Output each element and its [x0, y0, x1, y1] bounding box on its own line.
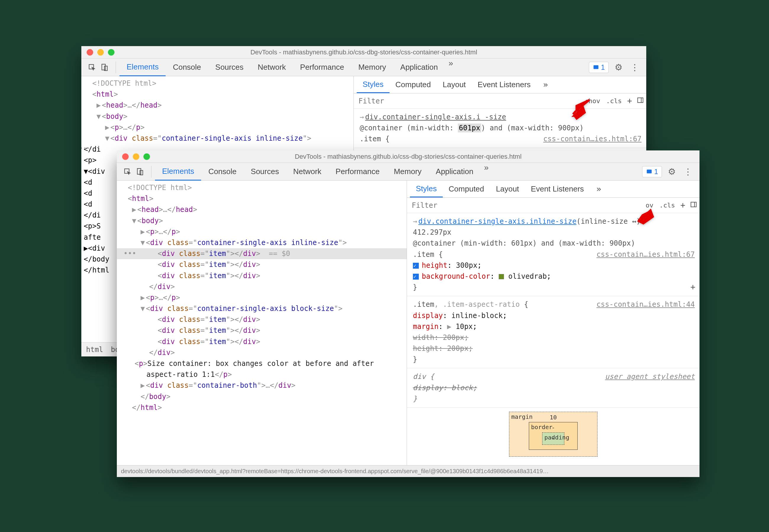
filter-input[interactable]: [407, 198, 643, 213]
subtab-styles[interactable]: Styles: [410, 181, 443, 197]
window-title: DevTools - mathiasbynens.github.io/css-d…: [122, 153, 695, 160]
tab-elements[interactable]: Elements: [155, 163, 201, 181]
prop-checkbox[interactable]: [413, 274, 419, 280]
zoom-icon[interactable]: [143, 153, 150, 160]
highlighted-value: 601px: [458, 124, 481, 132]
tab-memory[interactable]: Memory: [351, 59, 393, 76]
plus-icon[interactable]: +: [678, 200, 688, 210]
bm-margin-label: margin: [511, 413, 532, 420]
style-rule-ua[interactable]: user agent stylesheetdiv { display: bloc…: [407, 368, 700, 408]
styles-pane: Styles Computed Layout Event Listeners »…: [407, 181, 700, 465]
tab-sources[interactable]: Sources: [208, 59, 250, 76]
style-rule[interactable]: →div.container-single-axis.i -size @cont…: [354, 109, 646, 148]
container-breadcrumb-link[interactable]: div.container-single-axis.i -size: [365, 113, 506, 121]
filter-input[interactable]: [354, 93, 582, 108]
minimize-icon[interactable]: [133, 153, 139, 160]
box-model[interactable]: margin 10 border - padding -: [407, 408, 700, 461]
tabs-overflow-icon[interactable]: »: [445, 59, 457, 76]
device-icon[interactable]: [135, 166, 145, 177]
prop-checkbox[interactable]: [413, 263, 419, 269]
titlebar[interactable]: DevTools - mathiasbynens.github.io/css-d…: [117, 150, 700, 163]
error-count-button[interactable]: 1: [642, 166, 662, 177]
svg-rect-12: [691, 202, 696, 207]
tab-memory[interactable]: Memory: [387, 163, 429, 181]
subtab-event-listeners[interactable]: Event Listeners: [525, 181, 590, 197]
tab-performance[interactable]: Performance: [328, 163, 387, 181]
error-count: 1: [601, 63, 605, 72]
titlebar[interactable]: DevTools - mathiasbynens.github.io/css-d…: [81, 46, 646, 59]
svg-rect-4: [638, 98, 643, 103]
tab-console[interactable]: Console: [201, 163, 243, 181]
dom-selected-node[interactable]: ••• <div class="item"></div> == $0: [117, 248, 407, 259]
tab-sources[interactable]: Sources: [244, 163, 286, 181]
devtools-window-front: DevTools - mathiasbynens.github.io/css-d…: [117, 150, 700, 477]
close-icon[interactable]: [122, 153, 129, 160]
svg-rect-3: [593, 65, 598, 69]
dom-tree[interactable]: <!DOCTYPE html> <html> ▶<head>…</head> ▼…: [117, 181, 407, 465]
tab-console[interactable]: Console: [166, 59, 208, 76]
bm-margin-top: 10: [529, 414, 577, 421]
divider: [116, 61, 116, 73]
gear-icon[interactable]: ⚙: [613, 62, 624, 72]
source-link[interactable]: css-contain…ies.html:44: [597, 299, 695, 310]
error-count: 1: [654, 168, 658, 176]
dom-doctype: <!DOCTYPE html>: [92, 79, 156, 87]
subtabs-overflow-icon[interactable]: »: [540, 80, 552, 90]
panel-toggle-icon[interactable]: [634, 96, 646, 106]
tab-network[interactable]: Network: [286, 163, 328, 181]
tab-application[interactable]: Application: [393, 59, 445, 76]
toolbar-right: 1 ⚙ ⋮: [642, 166, 697, 177]
divider: [151, 166, 151, 178]
window-title: DevTools - mathiasbynens.github.io/css-d…: [86, 48, 642, 56]
minimize-icon[interactable]: [97, 49, 104, 56]
ua-stylesheet-label: user agent stylesheet: [605, 371, 695, 382]
gear-icon[interactable]: ⚙: [666, 166, 678, 177]
tabs-overflow-icon[interactable]: »: [481, 163, 493, 181]
styles-subtabs: Styles Computed Layout Event Listeners »: [407, 181, 700, 198]
color-swatch[interactable]: [499, 274, 504, 279]
container-query: @container (min-width: 601px) and (max-w…: [413, 239, 635, 247]
kebab-icon[interactable]: ⋮: [629, 62, 641, 72]
subtab-layout[interactable]: Layout: [490, 181, 525, 197]
cls-button[interactable]: .cls: [603, 97, 625, 105]
subtabs-overflow-icon[interactable]: »: [593, 184, 605, 194]
tab-elements[interactable]: Elements: [119, 59, 166, 76]
status-bar: devtools://devtools/bundled/devtools_app…: [117, 465, 700, 477]
style-rule-item[interactable]: css-contain…ies.html:44.item, .item-aspe…: [407, 296, 700, 368]
toolbar-right: 1 ⚙ ⋮: [589, 62, 643, 73]
toolbar: Elements Console Sources Network Perform…: [117, 163, 700, 181]
inspect-icon[interactable]: [122, 166, 133, 177]
main-tabs: Elements Console Sources Network Perform…: [155, 163, 492, 181]
panel-toggle-icon[interactable]: [688, 200, 700, 210]
add-rule-icon[interactable]: +: [690, 281, 695, 293]
subtab-styles[interactable]: Styles: [357, 76, 390, 93]
toolbar: Elements Console Sources Network Perform…: [81, 59, 646, 76]
traffic-lights[interactable]: [87, 49, 114, 56]
inspect-icon[interactable]: [87, 62, 97, 73]
device-icon[interactable]: [99, 62, 110, 73]
styles-subtabs: Styles Computed Layout Event Listeners »: [354, 76, 646, 93]
container-hint: (inline-size ↔): [577, 217, 641, 226]
container-link[interactable]: div.container-single-axis.inline-size: [418, 217, 577, 226]
close-icon[interactable]: [87, 49, 93, 56]
main-tabs: Elements Console Sources Network Perform…: [119, 59, 457, 76]
source-link[interactable]: css-contain…ies.html:67: [543, 134, 642, 145]
subtab-layout[interactable]: Layout: [437, 76, 472, 93]
crumb-html[interactable]: html: [83, 344, 106, 355]
traffic-lights[interactable]: [122, 153, 150, 160]
zoom-icon[interactable]: [108, 49, 114, 56]
subtab-event-listeners[interactable]: Event Listeners: [472, 76, 537, 93]
kebab-icon[interactable]: ⋮: [682, 166, 694, 177]
subtab-computed[interactable]: Computed: [390, 76, 437, 93]
tab-network[interactable]: Network: [250, 59, 293, 76]
style-rule-container[interactable]: →div.container-single-axis.inline-size(i…: [407, 213, 700, 296]
subtab-computed[interactable]: Computed: [443, 181, 490, 197]
plus-icon[interactable]: +: [625, 96, 634, 106]
container-size: 412.297px: [413, 228, 451, 236]
bm-padding-label: padding: [544, 434, 569, 441]
tab-application[interactable]: Application: [429, 163, 480, 181]
error-count-button[interactable]: 1: [589, 62, 609, 73]
svg-rect-1: [102, 64, 105, 70]
tab-performance[interactable]: Performance: [293, 59, 351, 76]
source-link[interactable]: css-contain…ies.html:67: [597, 249, 695, 260]
